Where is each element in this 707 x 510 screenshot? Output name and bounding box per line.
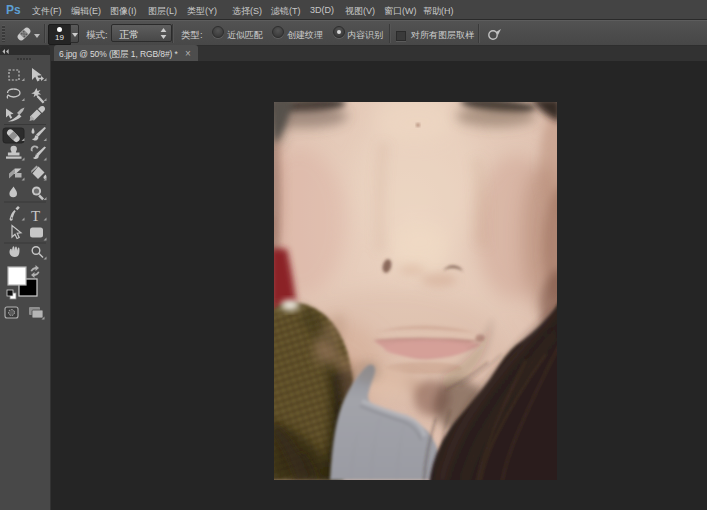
svg-text:T: T (31, 208, 40, 224)
